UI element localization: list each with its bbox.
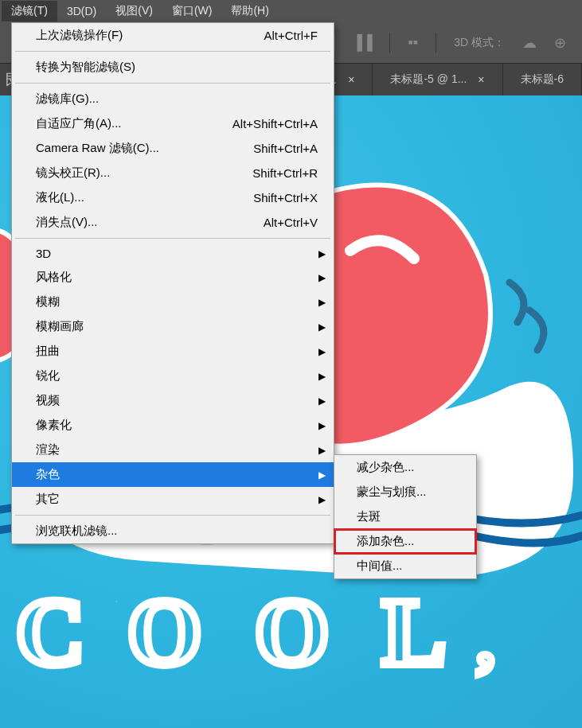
menu-label: 杂色 <box>36 467 60 482</box>
menu-label: 去斑 <box>357 509 381 524</box>
menu-3d-submenu[interactable]: 3D ▶ <box>12 242 334 265</box>
menu-label: 锐化 <box>36 368 60 383</box>
svg-text:C: C <box>16 579 85 685</box>
menu-label: 3D <box>36 247 51 260</box>
distribute-icon[interactable]: ▪▪ <box>408 34 418 51</box>
submenu-arrow-icon: ▶ <box>318 248 326 259</box>
menu-divider <box>15 83 330 84</box>
menu-label: 转换为智能滤镜(S) <box>36 60 135 75</box>
menu-render-submenu[interactable]: 渲染 ▶ <box>12 438 334 462</box>
close-tab-icon[interactable]: × <box>478 73 484 86</box>
menu-noise-submenu[interactable]: 杂色 ▶ <box>12 462 334 487</box>
document-tab[interactable]: 未标题-5 @ 1... × <box>373 64 502 95</box>
filter-menu-dropdown: 上次滤镜操作(F) Alt+Ctrl+F 转换为智能滤镜(S) 滤镜库(G)..… <box>11 22 334 544</box>
menu-label: 上次滤镜操作(F) <box>36 28 123 43</box>
menu-last-filter[interactable]: 上次滤镜操作(F) Alt+Ctrl+F <box>12 23 334 48</box>
menu-label: 蒙尘与划痕... <box>357 485 427 500</box>
shortcut-text: Shift+Ctrl+A <box>253 142 318 155</box>
submenu-arrow-icon: ▶ <box>318 371 326 382</box>
menu-divider <box>15 51 330 52</box>
submenu-arrow-icon: ▶ <box>318 346 326 357</box>
submenu-median[interactable]: 中间值... <box>334 554 476 578</box>
menu-label: 浏览联机滤镜... <box>36 524 118 539</box>
submenu-arrow-icon: ▶ <box>318 445 326 456</box>
submenu-arrow-icon: ▶ <box>318 469 326 481</box>
pan-3d-icon[interactable]: ⊕ <box>554 34 566 52</box>
menu-divider <box>15 238 330 239</box>
menu-stylize-submenu[interactable]: 风格化 ▶ <box>12 265 334 290</box>
menu-view[interactable]: 视图(V) <box>106 1 162 21</box>
submenu-despeckle[interactable]: 去斑 <box>334 504 476 529</box>
submenu-arrow-icon: ▶ <box>318 420 326 431</box>
mode-3d-label: 3D 模式： <box>454 36 505 50</box>
menu-convert-smart[interactable]: 转换为智能滤镜(S) <box>12 55 334 80</box>
menu-label: 扭曲 <box>36 344 60 359</box>
menu-label: 模糊画廊 <box>36 319 84 334</box>
menu-label: 模糊 <box>36 294 60 309</box>
menu-label: 滤镜库(G)... <box>36 91 99 107</box>
menu-adaptive-wide-angle[interactable]: 自适应广角(A)... Alt+Shift+Ctrl+A <box>12 111 334 136</box>
orbit-3d-icon[interactable]: ☁ <box>522 34 537 52</box>
menu-label: 添加杂色... <box>357 534 415 549</box>
menu-label: 中间值... <box>357 559 403 574</box>
shortcut-text: Alt+Ctrl+F <box>264 29 318 42</box>
menu-video-submenu[interactable]: 视频 ▶ <box>12 388 334 413</box>
menu-bar: 滤镜(T) 3D(D) 视图(V) 窗口(W) 帮助(H) <box>0 0 582 22</box>
menu-liquify[interactable]: 液化(L)... Shift+Ctrl+X <box>12 185 334 210</box>
menu-other-submenu[interactable]: 其它 ▶ <box>12 487 334 512</box>
menu-label: 风格化 <box>36 270 72 285</box>
submenu-arrow-icon: ▶ <box>318 297 326 308</box>
toolbar-separator <box>436 33 436 53</box>
menu-pixelate-submenu[interactable]: 像素化 ▶ <box>12 413 334 438</box>
menu-camera-raw[interactable]: Camera Raw 滤镜(C)... Shift+Ctrl+A <box>12 136 334 161</box>
noise-submenu: 减少杂色... 蒙尘与划痕... 去斑 添加杂色... 中间值... <box>334 454 477 579</box>
align-right-icon[interactable]: ▐▐ <box>352 34 373 51</box>
svg-text:L: L <box>382 579 446 685</box>
shortcut-text: Shift+Ctrl+R <box>252 166 318 180</box>
menu-label: 液化(L)... <box>36 190 84 205</box>
menu-blur-gallery-submenu[interactable]: 模糊画廊 ▶ <box>12 314 334 339</box>
submenu-arrow-icon: ▶ <box>318 272 326 283</box>
menu-blur-submenu[interactable]: 模糊 ▶ <box>12 290 334 314</box>
document-tab[interactable]: 未标题-6 <box>503 64 582 95</box>
svg-text:O: O <box>127 579 201 685</box>
submenu-dust-scratches[interactable]: 蒙尘与划痕... <box>334 480 476 504</box>
menu-distort-submenu[interactable]: 扭曲 ▶ <box>12 339 334 364</box>
menu-label: 消失点(V)... <box>36 215 98 230</box>
menu-divider <box>15 515 330 516</box>
menu-window[interactable]: 窗口(W) <box>162 1 222 21</box>
menu-label: 镜头校正(R)... <box>36 165 110 181</box>
menu-vanishing-point[interactable]: 消失点(V)... Alt+Ctrl+V <box>12 210 334 235</box>
submenu-arrow-icon: ▶ <box>318 321 326 333</box>
svg-text:,: , <box>478 608 494 678</box>
tab-title: 未标题-5 @ 1... <box>390 72 467 87</box>
submenu-arrow-icon: ▶ <box>318 395 326 407</box>
shortcut-text: Shift+Ctrl+X <box>253 191 318 204</box>
menu-label: Camera Raw 滤镜(C)... <box>36 141 159 156</box>
menu-filter[interactable]: 滤镜(T) <box>2 1 57 21</box>
submenu-add-noise[interactable]: 添加杂色... <box>334 529 476 554</box>
tab-title: 未标题-6 <box>521 72 564 87</box>
shortcut-text: Alt+Ctrl+V <box>264 216 318 229</box>
menu-label: 减少杂色... <box>357 460 415 475</box>
menu-label: 自适应广角(A)... <box>36 116 122 131</box>
submenu-arrow-icon: ▶ <box>318 494 326 505</box>
svg-text:O: O <box>255 579 329 685</box>
menu-help[interactable]: 帮助(H) <box>221 1 278 21</box>
shortcut-text: Alt+Shift+Ctrl+A <box>232 117 318 130</box>
menu-label: 其它 <box>36 492 60 507</box>
menu-label: 渲染 <box>36 442 60 457</box>
menu-browse-filters-online[interactable]: 浏览联机滤镜... <box>12 519 334 543</box>
menu-label: 视频 <box>36 393 60 408</box>
menu-3d[interactable]: 3D(D) <box>57 2 106 21</box>
menu-filter-gallery[interactable]: 滤镜库(G)... <box>12 87 334 111</box>
toolbar-separator <box>389 33 390 53</box>
menu-label: 像素化 <box>36 418 72 433</box>
close-tab-icon[interactable]: × <box>348 73 354 86</box>
submenu-reduce-noise[interactable]: 减少杂色... <box>334 455 476 480</box>
menu-sharpen-submenu[interactable]: 锐化 ▶ <box>12 364 334 388</box>
menu-lens-correction[interactable]: 镜头校正(R)... Shift+Ctrl+R <box>12 161 334 185</box>
